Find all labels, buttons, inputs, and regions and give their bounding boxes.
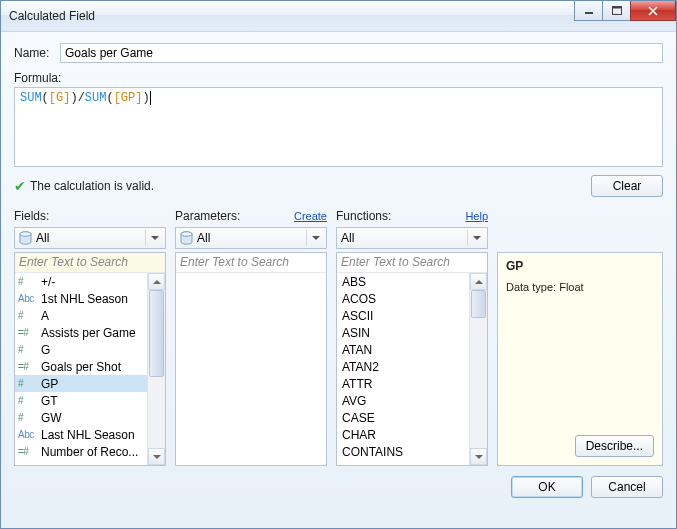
- calculated-field-dialog: Calculated Field Name: Formula: SUM([G])…: [0, 0, 677, 529]
- list-item[interactable]: CHAR: [337, 426, 470, 443]
- list-item[interactable]: AVG: [337, 392, 470, 409]
- scroll-down-button[interactable]: [148, 448, 165, 465]
- chevron-down-icon: [467, 230, 485, 246]
- fields-scope-value: All: [36, 231, 49, 245]
- list-item[interactable]: ACOS: [337, 290, 470, 307]
- functions-search[interactable]: Enter Text to Search: [337, 253, 487, 273]
- list-item[interactable]: =#Assists per Game: [15, 324, 148, 341]
- help-column: GP Data type: Float Describe...: [497, 209, 663, 466]
- number-icon: #: [18, 395, 36, 406]
- describe-button[interactable]: Describe...: [575, 435, 654, 457]
- list-item[interactable]: #G: [15, 341, 148, 358]
- list-item[interactable]: #GP: [15, 375, 148, 392]
- list-item-label: ATTR: [342, 377, 372, 391]
- functions-column: Functions: Help All Enter Text to Search…: [336, 209, 488, 466]
- fields-label: Fields:: [14, 209, 49, 223]
- scroll-up-button[interactable]: [148, 273, 165, 290]
- scrollbar[interactable]: [147, 273, 165, 465]
- scroll-up-button[interactable]: [470, 273, 487, 290]
- close-button[interactable]: [630, 1, 676, 21]
- list-item[interactable]: ASIN: [337, 324, 470, 341]
- ok-button[interactable]: OK: [511, 476, 583, 498]
- svg-point-6: [20, 232, 31, 236]
- scroll-thumb[interactable]: [471, 290, 486, 318]
- list-item-label: GP: [41, 377, 58, 391]
- number-icon: #: [18, 378, 36, 389]
- scroll-track[interactable]: [148, 290, 165, 448]
- list-item[interactable]: ATTR: [337, 375, 470, 392]
- columns: Fields: All Enter Text to Search #+/- Ab…: [14, 209, 663, 466]
- list-item-label: ATAN: [342, 343, 372, 357]
- list-item-label: ASCII: [342, 309, 373, 323]
- help-panel: GP Data type: Float Describe...: [497, 252, 663, 466]
- list-item[interactable]: ASCII: [337, 307, 470, 324]
- formula-label: Formula:: [14, 71, 663, 85]
- help-datatype: Data type: Float: [506, 281, 654, 293]
- maximize-button[interactable]: [602, 1, 630, 21]
- parameters-column: Parameters: Create All Enter Text to Sea…: [175, 209, 327, 466]
- calc-icon: =#: [18, 446, 36, 457]
- list-item-label: GW: [41, 411, 62, 425]
- describe-holder: Describe...: [575, 435, 654, 457]
- list-item-label: ACOS: [342, 292, 376, 306]
- scroll-track[interactable]: [470, 290, 487, 448]
- list-item[interactable]: AbcLast NHL Season: [15, 426, 148, 443]
- help-link[interactable]: Help: [465, 210, 488, 222]
- list-item[interactable]: Abc1st NHL Season: [15, 290, 148, 307]
- fields-header: Fields:: [14, 209, 166, 225]
- list-item-label: 1st NHL Season: [41, 292, 128, 306]
- list-item[interactable]: CASE: [337, 409, 470, 426]
- scroll-down-button[interactable]: [470, 448, 487, 465]
- list-item-label: CASE: [342, 411, 375, 425]
- functions-listbox: Enter Text to Search ABS ACOS ASCII ASIN…: [336, 252, 488, 466]
- help-header-spacer: [497, 209, 663, 225]
- list-item-label: AVG: [342, 394, 366, 408]
- create-parameter-link[interactable]: Create: [294, 210, 327, 222]
- chevron-down-icon: [145, 230, 163, 246]
- parameters-scope-dropdown[interactable]: All: [175, 227, 327, 249]
- list-item[interactable]: =#Goals per Shot: [15, 358, 148, 375]
- functions-items: ABS ACOS ASCII ASIN ATAN ATAN2 ATTR AVG …: [337, 273, 487, 465]
- formula-op: /: [78, 91, 85, 105]
- formula-paren: (: [106, 91, 113, 105]
- list-item[interactable]: =#Number of Reco...: [15, 443, 148, 460]
- cancel-button[interactable]: Cancel: [591, 476, 663, 498]
- fields-listbox: Enter Text to Search #+/- Abc1st NHL Sea…: [14, 252, 166, 466]
- fields-search[interactable]: Enter Text to Search: [15, 253, 165, 273]
- minimize-button[interactable]: [574, 1, 602, 21]
- list-item[interactable]: #A: [15, 307, 148, 324]
- list-item-label: CHAR: [342, 428, 376, 442]
- fields-items: #+/- Abc1st NHL Season #A =#Assists per …: [15, 273, 165, 465]
- clear-button[interactable]: Clear: [591, 175, 663, 197]
- text-cursor: [150, 91, 151, 105]
- fields-scope-dropdown[interactable]: All: [14, 227, 166, 249]
- parameters-search[interactable]: Enter Text to Search: [176, 253, 326, 273]
- formula-field: [G]: [49, 91, 71, 105]
- list-item[interactable]: #GT: [15, 392, 148, 409]
- list-item[interactable]: ABS: [337, 273, 470, 290]
- name-input[interactable]: [60, 43, 663, 63]
- scrollbar[interactable]: [469, 273, 487, 465]
- number-icon: #: [18, 344, 36, 355]
- list-item[interactable]: CONTAINS: [337, 443, 470, 460]
- help-dropdown-spacer: [497, 227, 663, 249]
- formula-editor[interactable]: SUM([G])/SUM([GP]): [14, 87, 663, 167]
- formula-fn: SUM: [20, 91, 42, 105]
- calc-icon: =#: [18, 327, 36, 338]
- database-icon: [180, 231, 193, 245]
- help-title: GP: [506, 259, 654, 273]
- list-item[interactable]: ATAN: [337, 341, 470, 358]
- list-item[interactable]: ATAN2: [337, 358, 470, 375]
- number-icon: #: [18, 276, 36, 287]
- list-item[interactable]: #GW: [15, 409, 148, 426]
- formula-paren: ): [142, 91, 149, 105]
- number-icon: #: [18, 412, 36, 423]
- scroll-thumb[interactable]: [149, 290, 164, 377]
- list-item-label: +/-: [41, 275, 55, 289]
- maximize-icon: [612, 6, 622, 15]
- list-item[interactable]: #+/-: [15, 273, 148, 290]
- close-icon: [647, 6, 659, 16]
- functions-scope-dropdown[interactable]: All: [336, 227, 488, 249]
- check-icon: ✔: [14, 178, 26, 194]
- formula-paren: ): [70, 91, 77, 105]
